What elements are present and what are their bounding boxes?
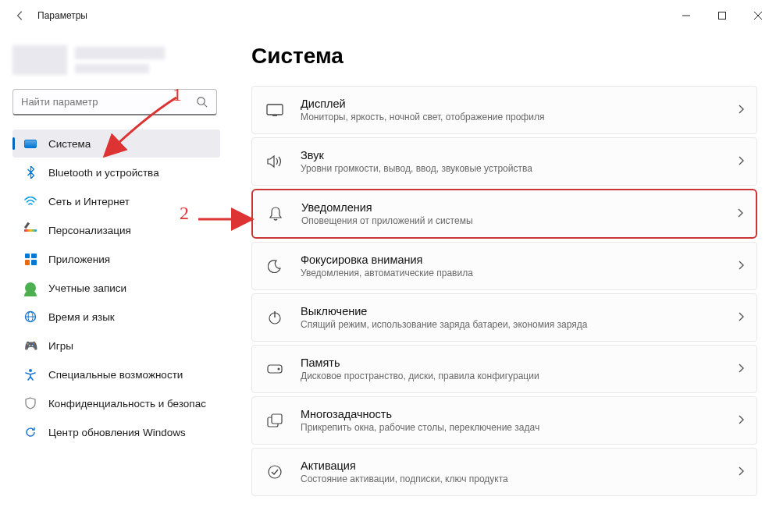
display-icon <box>266 101 283 119</box>
card-subtitle: Спящий режим, использование заряда батар… <box>301 319 738 330</box>
sidebar-item-label: Конфиденциальность и безопас <box>48 398 206 410</box>
network-icon <box>23 194 37 208</box>
update-icon <box>23 425 37 439</box>
sidebar-item-apps[interactable]: Приложения <box>12 245 220 273</box>
activation-icon <box>266 463 283 481</box>
time-icon <box>23 310 37 324</box>
sidebar-item-bluetooth[interactable]: Bluetooth и устройства <box>12 158 220 186</box>
search-input-wrapper[interactable] <box>12 89 217 115</box>
gaming-icon: 🎮 <box>23 339 37 353</box>
sidebar-item-label: Bluetooth и устройства <box>48 167 159 179</box>
svg-point-9 <box>29 369 32 372</box>
card-subtitle: Оповещения от приложений и системы <box>301 215 737 226</box>
chevron-right-icon <box>738 414 744 427</box>
svg-rect-10 <box>267 105 283 115</box>
multitasking-icon <box>266 412 283 429</box>
user-profile-block[interactable] <box>12 41 220 80</box>
personalization-icon <box>23 223 37 237</box>
accessibility-icon <box>23 367 37 381</box>
bluetooth-icon <box>23 165 37 179</box>
bell-icon <box>267 205 284 222</box>
close-button[interactable] <box>740 3 776 28</box>
sidebar-item-label: Центр обновления Windows <box>48 427 186 438</box>
sidebar-item-label: Учетные записи <box>48 282 126 294</box>
card-notifications[interactable]: Уведомления Оповещения от приложений и с… <box>251 189 757 239</box>
accounts-icon <box>23 281 37 295</box>
card-activation[interactable]: Активация Состояние активации, подписки,… <box>251 448 757 496</box>
card-storage[interactable]: Память Дисковое пространство, диски, пра… <box>251 345 757 393</box>
nav-list: Система Bluetooth и устройства Сеть и Ин… <box>12 129 220 446</box>
sidebar-item-label: Игры <box>48 340 73 352</box>
card-title: Фокусировка внимания <box>301 254 738 266</box>
sidebar-item-label: Специальные возможности <box>48 369 183 381</box>
card-display[interactable]: Дисплей Мониторы, яркость, ночной свет, … <box>251 86 757 134</box>
back-button[interactable] <box>6 2 34 30</box>
privacy-icon <box>23 396 37 410</box>
card-subtitle: Уведомления, автоматические правила <box>301 268 738 278</box>
main-panel: Система Дисплей Мониторы, яркость, ночно… <box>226 31 776 532</box>
card-subtitle: Прикрепить окна, рабочие столы, переключ… <box>301 422 738 433</box>
window-title: Параметры <box>37 10 87 21</box>
maximize-button[interactable] <box>704 3 740 28</box>
svg-point-15 <box>278 368 280 371</box>
chevron-right-icon <box>738 155 744 168</box>
search-icon <box>196 96 208 108</box>
card-power[interactable]: Выключение Спящий режим, использование з… <box>251 293 757 342</box>
chevron-right-icon <box>738 466 744 478</box>
sidebar-item-label: Система <box>48 138 91 150</box>
card-subtitle: Состояние активации, подписки, ключ прод… <box>301 473 738 484</box>
sidebar-item-gaming[interactable]: 🎮 Игры <box>12 332 220 360</box>
chevron-right-icon <box>738 104 744 116</box>
chevron-right-icon <box>738 260 744 272</box>
sidebar: Система Bluetooth и устройства Сеть и Ин… <box>0 31 226 532</box>
svg-rect-1 <box>719 12 726 20</box>
titlebar: Параметры <box>0 0 776 31</box>
sidebar-item-accounts[interactable]: Учетные записи <box>12 274 220 302</box>
svg-point-4 <box>198 97 205 104</box>
card-title: Активация <box>301 459 738 472</box>
sound-icon <box>266 153 283 170</box>
sidebar-item-system[interactable]: Система <box>12 129 220 158</box>
card-title: Память <box>301 356 738 369</box>
card-focus-assist[interactable]: Фокусировка внимания Уведомления, автома… <box>251 242 757 290</box>
sidebar-item-label: Приложения <box>48 254 110 265</box>
minimize-button[interactable] <box>668 3 704 28</box>
sidebar-item-network[interactable]: Сеть и Интернет <box>12 187 220 215</box>
card-title: Выключение <box>301 305 738 317</box>
sidebar-item-label: Персонализация <box>48 225 131 236</box>
card-title: Дисплей <box>301 98 738 110</box>
sidebar-item-personalization[interactable]: Персонализация <box>12 216 220 244</box>
sidebar-item-windows-update[interactable]: Центр обновления Windows <box>12 418 220 446</box>
card-subtitle: Мониторы, яркость, ночной свет, отображе… <box>301 112 738 122</box>
sidebar-item-label: Сеть и Интернет <box>48 196 130 207</box>
sidebar-item-privacy[interactable]: Конфиденциальность и безопас <box>12 389 220 417</box>
card-subtitle: Уровни громкости, вывод, ввод, звуковые … <box>301 163 738 174</box>
sidebar-item-label: Время и язык <box>48 311 115 323</box>
page-title: Система <box>251 44 757 69</box>
sidebar-item-time-language[interactable]: Время и язык <box>12 303 220 331</box>
storage-icon <box>266 360 283 378</box>
svg-rect-17 <box>272 414 282 424</box>
card-title: Многозадачность <box>301 408 738 420</box>
card-title: Звук <box>301 149 738 161</box>
chevron-right-icon <box>737 207 743 220</box>
card-subtitle: Дисковое пространство, диски, правила ко… <box>301 371 738 381</box>
card-title: Уведомления <box>301 201 737 214</box>
svg-point-18 <box>269 466 281 478</box>
card-sound[interactable]: Звук Уровни громкости, вывод, ввод, звук… <box>251 137 757 186</box>
chevron-right-icon <box>738 311 744 324</box>
power-icon <box>266 309 283 326</box>
search-input[interactable] <box>21 96 196 108</box>
system-icon <box>23 137 37 151</box>
card-multitasking[interactable]: Многозадачность Прикрепить окна, рабочие… <box>251 396 757 445</box>
svg-line-5 <box>204 104 207 107</box>
chevron-right-icon <box>738 363 744 375</box>
moon-icon <box>266 257 283 275</box>
apps-icon <box>23 252 37 266</box>
sidebar-item-accessibility[interactable]: Специальные возможности <box>12 360 220 388</box>
